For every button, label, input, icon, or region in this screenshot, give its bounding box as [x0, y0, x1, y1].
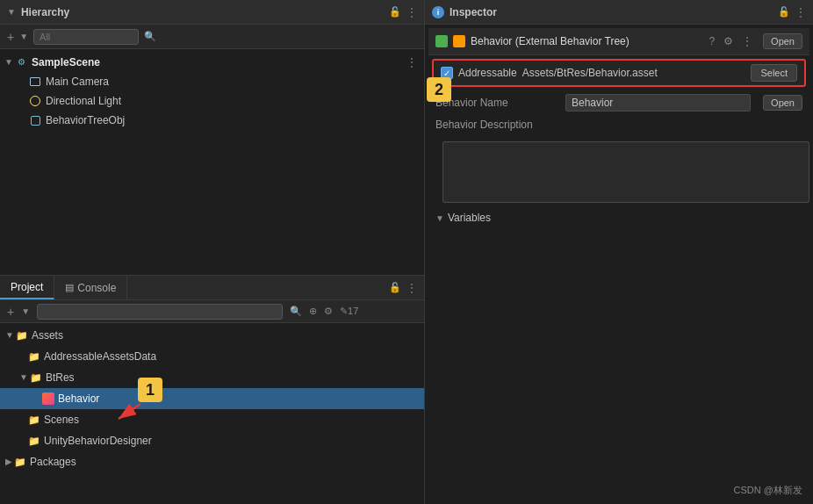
behavior-desc-row: Behavior Description — [428, 115, 809, 206]
behavior-desc-label: Behavior Description — [435, 119, 558, 131]
project-menu-icon[interactable]: ⋮ — [406, 282, 417, 294]
inspector-content: Behavior (External Behavior Tree) ? ⚙ ⋮ … — [425, 25, 813, 504]
hierarchy-add-dropdown[interactable]: ▼ — [19, 32, 28, 41]
inspector-title-group: i Inspector — [432, 6, 497, 18]
project-tabs: Project ▤ Console 🔓 ⋮ — [0, 276, 424, 300]
project-toolbar: + ▼ 🔍 ⊕ ⚙ ✎17 — [0, 300, 424, 323]
hierarchy-collapse-icon[interactable]: ▼ — [7, 7, 16, 17]
component-icon-orange — [453, 35, 465, 47]
component-header: Behavior (External Behavior Tree) ? ⚙ ⋮ … — [428, 28, 809, 55]
hierarchy-label: Hierarchy — [21, 6, 69, 18]
cube-icon — [28, 113, 42, 127]
assets-label: Assets — [32, 327, 63, 344]
project-lock-icon[interactable]: 🔓 — [389, 282, 401, 293]
project-add-btn[interactable]: + — [7, 305, 14, 319]
camera-icon — [28, 75, 42, 89]
hierarchy-menu-icon[interactable]: ⋮ — [406, 6, 417, 18]
behavior-asset-icon — [42, 392, 54, 405]
hierarchy-item-behavior-tree-obj[interactable]: BehaviorTreeObj — [0, 111, 424, 130]
addressable-value: Assets/BtRes/Behavior.asset — [522, 67, 746, 79]
tab-project-label: Project — [11, 281, 43, 293]
behavior-name-value: Behavior — [565, 94, 751, 112]
hierarchy-item-dir-light[interactable]: Directional Light — [0, 91, 424, 111]
variables-arrow[interactable]: ▼ — [435, 213, 444, 223]
variables-label: Variables — [448, 212, 491, 224]
component-icon-green — [435, 35, 448, 47]
component-name-label: Behavior (External Behavior Tree) — [471, 35, 703, 47]
behavior-tree-obj-label: BehaviorTreeObj — [46, 112, 125, 128]
project-search-icon: 🔍 — [290, 306, 302, 317]
scenes-folder-icon: 📁 — [28, 411, 40, 428]
hierarchy-search-icon: 🔍 — [144, 31, 156, 42]
tab-project[interactable]: Project — [0, 276, 54, 299]
unity-behavior-folder-icon: 📁 — [28, 432, 40, 450]
open-button[interactable]: Open — [763, 33, 802, 49]
hierarchy-title: ▼ Hierarchy — [7, 6, 69, 18]
proj-item-packages[interactable]: ▶ 📁 Packages — [0, 451, 424, 472]
behavior-desc-area[interactable] — [442, 141, 809, 203]
addressable-label: AddressableAssetsData — [44, 348, 156, 365]
behavior-name-label: Behavior Name — [435, 97, 558, 109]
hierarchy-search-input[interactable] — [33, 29, 139, 45]
light-label: Directional Light — [46, 93, 121, 109]
scene-expand-arrow[interactable]: ▼ — [4, 54, 14, 70]
project-search-input[interactable] — [37, 304, 283, 320]
inspector-title-label: Inspector — [450, 6, 497, 18]
proj-item-btres[interactable]: ▼ 📁 BtRes — [0, 367, 424, 388]
project-content: ▼ 📁 Assets ▶ 📁 AddressableAssetsData ▼ 📁… — [0, 323, 424, 504]
project-badge-count: ✎17 — [340, 306, 358, 317]
project-panel: Project ▤ Console 🔓 ⋮ + ▼ 🔍 ⊕ ⚙ — [0, 276, 424, 504]
inspector-settings-icon[interactable]: ⚙ — [723, 35, 733, 47]
addressable-label: Addressable — [458, 67, 517, 79]
behavior-open-button[interactable]: Open — [763, 95, 802, 111]
assets-folder-icon: 📁 — [16, 327, 28, 344]
hierarchy-toolbar: + ▼ 🔍 — [0, 25, 424, 49]
tab-console[interactable]: ▤ Console — [54, 276, 127, 299]
left-panel: ▼ Hierarchy 🔓 ⋮ + ▼ 🔍 ▼ ⚙ Samp — [0, 0, 425, 504]
hierarchy-content: ▼ ⚙ SampleScene ⋮ Main Camera — [0, 49, 424, 275]
inspector-menu-icon[interactable]: ⋮ — [795, 6, 806, 18]
add-hierarchy-btn[interactable]: + — [7, 30, 14, 44]
project-settings-icon[interactable]: ⚙ — [324, 306, 333, 317]
project-filter-icon[interactable]: ⊕ — [309, 306, 317, 317]
info-icon: i — [432, 6, 444, 18]
inspector-header: i Inspector 🔓 ⋮ — [425, 0, 813, 25]
scene-icon: ⚙ — [14, 55, 28, 69]
inspector-panel: i Inspector 🔓 ⋮ Behavior (External Behav… — [425, 0, 813, 504]
inspector-question-icon[interactable]: ? — [709, 35, 715, 47]
project-header-actions: 🔓 ⋮ — [127, 276, 424, 299]
hierarchy-scene-item[interactable]: ▼ ⚙ SampleScene ⋮ — [0, 53, 424, 72]
camera-label: Main Camera — [46, 74, 109, 90]
addressable-folder-icon: 📁 — [28, 348, 40, 365]
scene-menu-icon[interactable]: ⋮ — [406, 54, 424, 70]
scene-name: SampleScene — [32, 54, 100, 70]
variables-section[interactable]: ▼ Variables — [428, 206, 809, 229]
hierarchy-lock-icon[interactable]: 🔓 — [389, 6, 401, 18]
proj-item-assets[interactable]: ▼ 📁 Assets — [0, 325, 424, 346]
proj-item-behavior[interactable]: ▶ Behavior — [0, 388, 424, 409]
behavior-name-row: Behavior Name Behavior Open — [428, 90, 809, 115]
btres-folder-icon: 📁 — [30, 369, 42, 386]
packages-folder-icon: 📁 — [14, 453, 26, 471]
console-icon: ▤ — [65, 282, 74, 293]
select-button[interactable]: Select — [751, 64, 797, 82]
unity-behavior-label: UnityBehaviorDesigner — [44, 432, 152, 450]
inspector-lock-icon[interactable]: 🔓 — [778, 6, 790, 18]
addressable-checkbox[interactable]: ✓ — [441, 67, 453, 79]
hierarchy-item-main-camera[interactable]: Main Camera — [0, 72, 424, 91]
behavior-label: Behavior — [58, 390, 99, 407]
inspector-header-icons: 🔓 ⋮ — [778, 6, 806, 18]
btres-label: BtRes — [46, 369, 75, 386]
scenes-label: Scenes — [44, 411, 79, 428]
light-icon — [28, 94, 42, 108]
hierarchy-header: ▼ Hierarchy 🔓 ⋮ — [0, 0, 424, 25]
project-add-dropdown[interactable]: ▼ — [21, 306, 30, 316]
proj-item-unity-behavior[interactable]: ▶ 📁 UnityBehaviorDesigner — [0, 430, 424, 451]
hierarchy-header-icons: 🔓 ⋮ — [389, 6, 417, 18]
proj-item-scenes[interactable]: ▶ 📁 Scenes — [0, 409, 424, 430]
tab-console-label: Console — [77, 282, 116, 294]
proj-item-addressable[interactable]: ▶ 📁 AddressableAssetsData — [0, 346, 424, 367]
inspector-expand-icon[interactable]: ⋮ — [742, 35, 752, 47]
addressable-row: ✓ Addressable Assets/BtRes/Behavior.asse… — [432, 59, 806, 87]
packages-label: Packages — [30, 453, 76, 471]
